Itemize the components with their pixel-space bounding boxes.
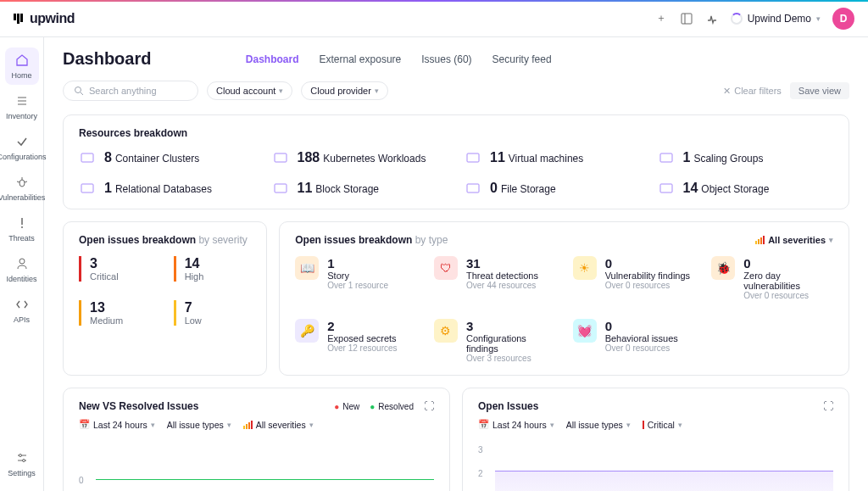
severity-item[interactable]: 13Medium xyxy=(79,300,157,326)
search-input[interactable]: Search anything xyxy=(63,81,198,101)
type-icon: 💓 xyxy=(573,319,597,343)
account-switcher[interactable]: Upwind Demo ▾ xyxy=(731,13,821,25)
svg-point-11 xyxy=(19,259,25,264)
issue-type-item[interactable]: 🐞0Zero day vulnerabilitiesOver 0 resourc… xyxy=(711,256,833,300)
resource-icon xyxy=(465,149,481,166)
sidebar-label: Threats xyxy=(8,234,35,243)
sidebar-item-configurations[interactable]: Configurations xyxy=(5,129,39,166)
list-icon xyxy=(14,93,30,109)
resource-item[interactable]: 8Container Clusters xyxy=(79,149,255,166)
issue-type-item[interactable]: ☀0Vulnerability findingsOver 0 resources xyxy=(573,256,695,300)
sidebar-item-home[interactable]: Home xyxy=(5,47,39,85)
user-avatar[interactable]: D xyxy=(832,8,854,30)
severity-item[interactable]: 7Low xyxy=(174,300,252,326)
code-icon xyxy=(14,297,30,312)
bug-icon xyxy=(14,175,30,190)
filter-cloud-provider[interactable]: Cloud provider▾ xyxy=(301,81,388,100)
severity-selector[interactable]: Critical▾ xyxy=(643,420,682,430)
resource-item[interactable]: 0File Storage xyxy=(465,180,641,197)
resource-item[interactable]: 11Block Storage xyxy=(272,180,448,197)
issue-type-selector[interactable]: All issue types▾ xyxy=(167,420,231,430)
severity-item[interactable]: 14High xyxy=(174,256,252,282)
resource-item[interactable]: 188Kubernetes Workloads xyxy=(272,149,448,166)
issue-type-item[interactable]: 🔑2Exposed secretsOver 12 resources xyxy=(295,319,417,363)
time-range-selector[interactable]: 📅Last 24 hours▾ xyxy=(79,419,155,430)
type-icon: 🔑 xyxy=(295,319,319,343)
sidebar-item-threats[interactable]: Threats xyxy=(5,210,39,248)
severity-item[interactable]: 3Critical xyxy=(79,256,157,282)
sidebar-item-apis[interactable]: APIs xyxy=(5,292,39,329)
severity-selector[interactable]: All severities▾ xyxy=(243,420,314,430)
issue-type-item[interactable]: 🛡31Threat detectionsOver 44 resources xyxy=(434,256,556,300)
legend-resolved: Resolved xyxy=(370,402,414,411)
y-tick: 0 xyxy=(79,476,84,485)
sidebar-label: Settings xyxy=(8,469,36,477)
svg-point-16 xyxy=(75,87,81,93)
tab-issues[interactable]: Issues (60) xyxy=(421,53,471,65)
y-tick: 2 xyxy=(478,469,483,478)
issue-type-item[interactable]: ⚙3Configurations findingsOver 3 resource… xyxy=(434,319,556,363)
chart-area-fill xyxy=(495,471,833,491)
chart-title: New VS Resolved Issues xyxy=(79,400,198,412)
topbar: upwind ＋ Upwind Demo ▾ D xyxy=(0,0,868,37)
clear-filters-button[interactable]: ✕Clear filters xyxy=(723,86,782,97)
sliders-icon xyxy=(14,450,30,466)
tab-security-feed[interactable]: Security feed xyxy=(492,53,552,65)
filter-cloud-account[interactable]: Cloud account▾ xyxy=(207,81,292,100)
person-icon xyxy=(14,256,30,271)
type-icon: ☀ xyxy=(573,256,597,280)
sidebar-item-identities[interactable]: Identities xyxy=(5,251,39,288)
brand-logo[interactable]: upwind xyxy=(14,11,75,26)
plus-icon[interactable]: ＋ xyxy=(654,12,668,25)
resource-item[interactable]: 1Scaling Groups xyxy=(658,149,834,166)
sidebar-item-vulnerabilities[interactable]: Vulnerabilities xyxy=(5,170,39,207)
svg-point-10 xyxy=(21,226,23,228)
card-title: Open issues breakdown by type xyxy=(295,234,448,246)
chart-line xyxy=(96,479,434,480)
issue-type-item[interactable]: 💓0Behavioral issuesOver 0 resources xyxy=(573,319,695,363)
type-icon: 🛡 xyxy=(434,256,458,280)
issue-type-selector[interactable]: All issue types▾ xyxy=(566,420,631,430)
issue-type-item[interactable]: 📖1StoryOver 1 resource xyxy=(295,256,417,300)
svg-rect-24 xyxy=(467,184,479,192)
expand-icon[interactable]: ⛶ xyxy=(823,400,833,412)
expand-icon[interactable]: ⛶ xyxy=(424,400,434,412)
sidebar-item-settings[interactable]: Settings xyxy=(5,445,39,483)
chevron-down-icon: ▾ xyxy=(279,86,283,95)
svg-line-8 xyxy=(25,181,27,182)
activity-icon[interactable] xyxy=(705,12,719,25)
resource-icon xyxy=(272,180,289,197)
type-icon: 📖 xyxy=(295,256,319,280)
sidebar-item-inventory[interactable]: Inventory xyxy=(5,88,39,126)
tab-dashboard[interactable]: Dashboard xyxy=(246,53,299,65)
severity-bars-icon xyxy=(755,236,765,244)
svg-rect-18 xyxy=(81,153,93,162)
account-name: Upwind Demo xyxy=(748,13,811,25)
y-tick: 3 xyxy=(478,445,483,455)
legend-new: New xyxy=(334,402,359,411)
type-icon: 🐞 xyxy=(711,256,735,280)
time-range-selector[interactable]: 📅Last 24 hours▾ xyxy=(478,419,554,430)
chart-title: Open Issues xyxy=(478,400,538,412)
svg-line-7 xyxy=(17,181,19,182)
panel-icon[interactable] xyxy=(680,12,693,25)
svg-rect-20 xyxy=(467,153,479,162)
tab-external-exposure[interactable]: External exposure xyxy=(320,53,402,65)
resource-item[interactable]: 14Object Storage xyxy=(658,180,834,197)
resource-item[interactable]: 11Virtual machines xyxy=(465,149,641,166)
all-severities-dropdown[interactable]: All severities ▾ xyxy=(755,235,833,245)
sidebar-label: Home xyxy=(11,71,31,80)
type-icon: ⚙ xyxy=(434,319,458,343)
svg-line-17 xyxy=(81,92,83,95)
save-view-button[interactable]: Save view xyxy=(790,82,849,99)
svg-point-13 xyxy=(19,455,21,457)
resource-item[interactable]: 1Relational Databases xyxy=(79,180,255,197)
calendar-icon: 📅 xyxy=(79,419,90,430)
resource-icon xyxy=(79,180,96,197)
sidebar-label: APIs xyxy=(14,315,30,324)
chevron-down-icon: ▾ xyxy=(816,14,821,23)
resource-icon xyxy=(658,149,675,166)
svg-rect-0 xyxy=(682,14,692,24)
svg-rect-21 xyxy=(660,153,672,162)
new-vs-resolved-chart: New VS Resolved Issues New Resolved ⛶ 📅L… xyxy=(63,388,450,491)
